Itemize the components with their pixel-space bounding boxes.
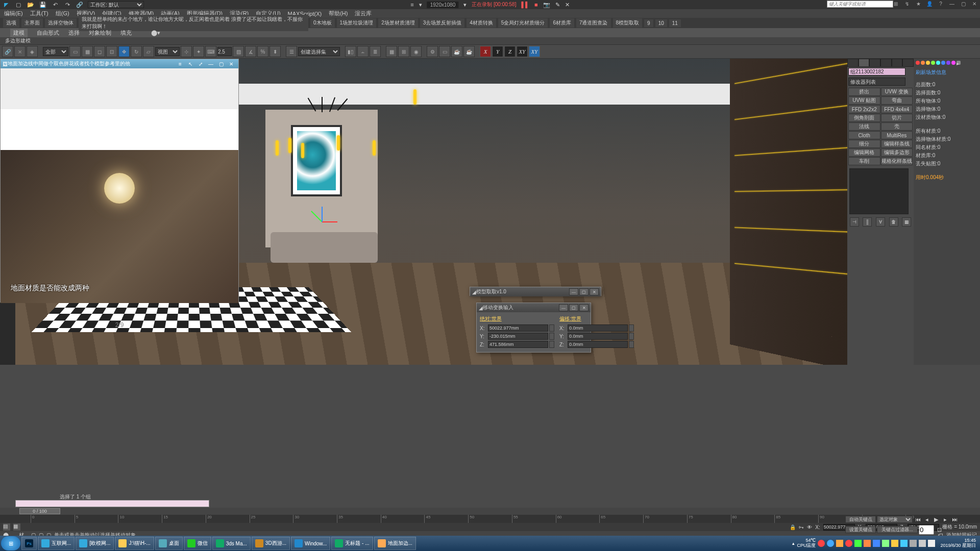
btn-ffd4[interactable]: FFD 4x4x4	[881, 105, 913, 113]
workspace-select[interactable]: 工作区: 默认	[88, 1, 144, 8]
layer-icon[interactable]: ≣	[370, 46, 381, 57]
maximize-icon[interactable]: ▢	[959, 0, 968, 7]
key-icon[interactable]: 🗝	[799, 524, 804, 530]
btn-shell[interactable]: 壳	[881, 122, 913, 131]
goto-start-icon[interactable]: ⏮	[914, 515, 922, 523]
modifier-list-dropdown[interactable]: 修改器列表	[848, 78, 905, 86]
task-item[interactable]: Window...	[291, 537, 330, 550]
redo-icon[interactable]: ↷	[63, 1, 71, 9]
spinner-snap-icon[interactable]: ⬍	[270, 46, 281, 57]
btn-editpoly[interactable]: 编辑多边形	[881, 148, 913, 157]
schematic-icon[interactable]: ⊞	[398, 46, 409, 57]
link-icon[interactable]: ↯	[902, 0, 912, 7]
off-x-input[interactable]	[568, 324, 628, 332]
menu-toggle-icon[interactable]: ≡	[410, 2, 413, 8]
unlink-icon[interactable]: ⤫	[14, 46, 26, 57]
tab-6[interactable]: 6材质库	[550, 18, 574, 28]
btn-editspline[interactable]: 编辑样条线	[881, 140, 913, 148]
task-item[interactable]: 互联网...	[38, 537, 75, 550]
tray-icon[interactable]	[818, 540, 825, 547]
tray-icon[interactable]	[854, 540, 862, 547]
axis-y-button[interactable]: Y	[492, 46, 503, 57]
motion-tab-icon[interactable]	[880, 59, 892, 67]
ribbon-paint[interactable]: 对象绘制	[89, 29, 111, 37]
off-y-input[interactable]	[568, 333, 628, 340]
bind-icon[interactable]: ◈	[27, 46, 38, 57]
move-max-icon[interactable]: ▢	[569, 304, 578, 311]
hierarchy-tab-icon[interactable]	[869, 59, 880, 67]
window-cross-icon[interactable]: ⊡	[106, 46, 117, 57]
tray-icon[interactable]	[910, 540, 917, 547]
ref-coord-select[interactable]: 视图	[155, 47, 180, 56]
auto-key-button[interactable]: 自动关键点	[845, 516, 876, 523]
tab-7[interactable]: 7通道图查染	[576, 18, 611, 28]
spinner-icon[interactable]	[629, 333, 634, 340]
time-slider-thumb[interactable]: 0 / 100	[19, 508, 60, 514]
abs-y-input[interactable]	[488, 333, 548, 340]
undo-icon[interactable]: ↶	[51, 1, 59, 9]
remove-mod-icon[interactable]: 🗑	[889, 217, 898, 227]
tray-icon[interactable]	[882, 540, 889, 547]
ref-menu-icon[interactable]: ≡	[175, 60, 185, 67]
angle-snap-icon[interactable]: ∡	[245, 46, 256, 57]
btn-subdiv[interactable]: 细分	[848, 140, 880, 148]
extract-close-icon[interactable]: ✕	[590, 288, 599, 295]
tab-4[interactable]: 4材质转换	[467, 18, 496, 28]
configure-icon[interactable]: ▦	[902, 217, 911, 227]
maxscript-listener[interactable]: 选择了 1 个组	[15, 500, 209, 507]
tab-5[interactable]: 5全局灯光材质细分	[498, 18, 548, 28]
axis-xy2-button[interactable]: XY	[529, 46, 540, 57]
start-button[interactable]: ⊞	[1, 536, 20, 550]
goto-end-icon[interactable]: ⏭	[950, 515, 959, 523]
spinner-icon[interactable]	[629, 341, 634, 348]
curve-editor-icon[interactable]: ▦	[386, 46, 397, 57]
dropdown-icon[interactable]: ▾	[419, 2, 422, 8]
spinner-icon[interactable]	[549, 341, 554, 348]
create-tab-icon[interactable]	[847, 59, 859, 67]
tab-select-empty[interactable]: 选择空物体	[45, 18, 77, 28]
tray-icon[interactable]	[900, 540, 908, 547]
task-item[interactable]: J:\猫\H-...	[115, 537, 154, 550]
task-item[interactable]: 桌面	[155, 537, 183, 550]
stop-icon[interactable]: ■	[534, 2, 538, 8]
isolate-icon[interactable]: 👁	[807, 524, 812, 530]
snap-toggle-icon[interactable]: ▨	[233, 46, 244, 57]
tray-icon[interactable]	[873, 540, 880, 547]
menu-edit[interactable]: 编辑(E)	[4, 10, 23, 17]
make-unique-icon[interactable]: ∀	[876, 217, 885, 227]
more-colors-icon[interactable]: ▸	[957, 61, 961, 65]
ribbon-fill[interactable]: 填充	[120, 29, 132, 37]
abs-z-input[interactable]	[488, 341, 548, 348]
move-icon[interactable]: ✥	[118, 46, 130, 57]
next-frame-icon[interactable]: ▸	[941, 515, 949, 523]
task-item[interactable]: [欧模网...	[76, 537, 114, 550]
move-min-icon[interactable]: —	[559, 304, 568, 311]
menu-cloud[interactable]: 渲云库	[355, 10, 372, 17]
help-icon[interactable]: ?	[936, 0, 945, 7]
axis-xy-button[interactable]: XY	[517, 46, 528, 57]
link-icon[interactable]: 🔗	[76, 1, 84, 9]
manip-icon[interactable]: ✦	[193, 46, 204, 57]
utility-tab-icon[interactable]	[902, 59, 914, 67]
modify-tab-icon[interactable]	[859, 59, 870, 67]
btn-bend[interactable]: 弯曲	[881, 96, 913, 105]
tray-icon[interactable]	[836, 540, 843, 547]
render-setup-icon[interactable]: ⚙	[427, 46, 438, 57]
object-name-field[interactable]	[848, 68, 905, 76]
rotate-icon[interactable]: ↻	[131, 46, 142, 57]
ref-maximize-icon[interactable]: ▢	[216, 60, 226, 67]
mirror-icon[interactable]: ▮▯	[345, 46, 356, 57]
lock-icon[interactable]: 🔒	[790, 524, 796, 530]
close-rec-icon[interactable]: ✕	[565, 2, 570, 8]
help-search-input[interactable]	[827, 1, 893, 8]
align-icon[interactable]: ⫠	[357, 46, 369, 57]
time-slider[interactable]: 0 / 100	[0, 508, 980, 515]
btn-uvw-xform[interactable]: UVW 变换	[881, 88, 913, 96]
taskbar-clock[interactable]: 15:45 2019/6/30 星期日	[937, 538, 979, 548]
tray-icon[interactable]	[827, 540, 834, 547]
minimize-icon[interactable]: —	[947, 0, 957, 7]
btn-uvw-map[interactable]: UVW 贴图	[848, 96, 880, 105]
tab-options[interactable]: 选项	[3, 18, 19, 28]
abs-x-input[interactable]	[488, 324, 548, 332]
tab-10[interactable]: 10	[655, 19, 667, 27]
